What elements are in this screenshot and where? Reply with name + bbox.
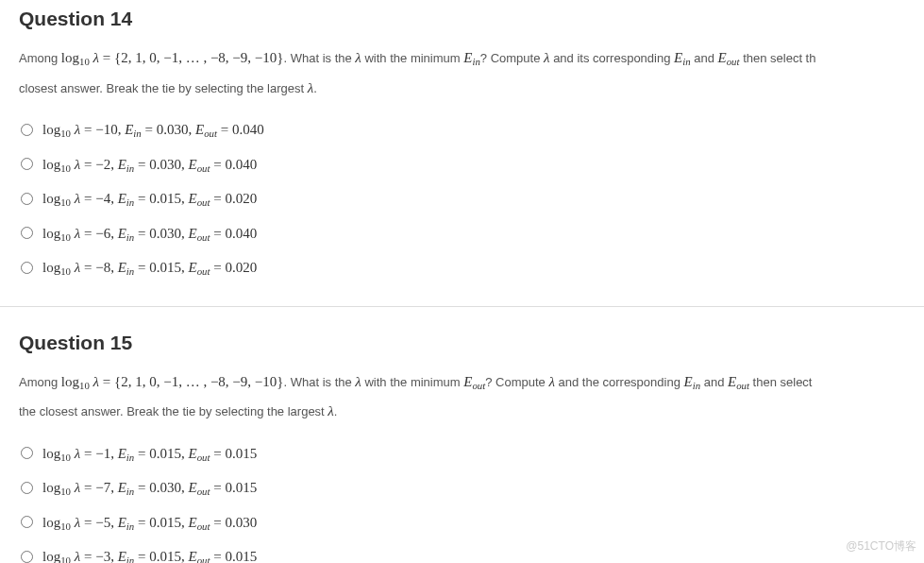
question-title: Question 15 [19, 332, 905, 354]
choice-list: log10 λ = −1, Ein = 0.015, Eout = 0.015 … [19, 436, 905, 563]
prompt-text: ? Compute [485, 375, 548, 389]
prompt-text: . [334, 404, 338, 418]
choice-radio[interactable] [21, 447, 33, 459]
choice-item[interactable]: log10 λ = −4, Ein = 0.015, Eout = 0.020 [19, 181, 905, 216]
choice-label: log10 λ = −6, Ein = 0.030, Eout = 0.040 [42, 220, 257, 247]
choice-radio[interactable] [21, 516, 33, 528]
choice-radio[interactable] [21, 124, 33, 136]
prompt-text: then select th [740, 51, 816, 65]
choice-label: log10 λ = −5, Ein = 0.015, Eout = 0.030 [42, 509, 257, 537]
prompt-text: then select [749, 375, 813, 389]
prompt-text: . What is the [283, 375, 355, 389]
choice-item[interactable]: log10 λ = −7, Ein = 0.030, Eout = 0.015 [19, 470, 905, 505]
prompt-text: and its corresponding [550, 51, 675, 65]
choice-radio[interactable] [21, 158, 33, 170]
choice-radio[interactable] [21, 551, 33, 563]
choice-label: log10 λ = −8, Ein = 0.015, Eout = 0.020 [42, 254, 257, 282]
prompt-text: the closest answer. Break the tie by sel… [19, 404, 328, 418]
choice-label: log10 λ = −1, Ein = 0.015, Eout = 0.015 [42, 440, 257, 468]
question-prompt: Among log10 λ = {2, 1, 0, −1, … , −8, −9… [19, 43, 905, 103]
watermark: @51CTO博客 [846, 538, 916, 554]
choice-item[interactable]: log10 λ = −8, Ein = 0.015, Eout = 0.020 [19, 250, 905, 285]
divider [0, 306, 924, 307]
math-ein: Ein [463, 50, 480, 65]
choice-radio[interactable] [21, 227, 33, 239]
question-title: Question 14 [19, 8, 905, 30]
prompt-text: . What is the [283, 51, 355, 65]
question-15: Question 15 Among log10 λ = {2, 1, 0, −1… [0, 324, 924, 563]
question-prompt: Among log10 λ = {2, 1, 0, −1, … , −8, −9… [19, 367, 905, 427]
choice-list: log10 λ = −10, Ein = 0.030, Eout = 0.040… [19, 112, 905, 285]
math-eout: Eout [718, 50, 740, 65]
prompt-text: and the corresponding [555, 375, 684, 389]
prompt-text: . [313, 81, 317, 95]
math-set: log10 λ = {2, 1, 0, −1, … , −8, −9, −10} [61, 374, 284, 389]
prompt-text: with the minimum [361, 51, 463, 65]
choice-label: log10 λ = −2, Ein = 0.030, Eout = 0.040 [42, 151, 257, 179]
choice-radio[interactable] [21, 193, 33, 205]
prompt-text: Among [19, 51, 61, 65]
choice-radio[interactable] [21, 482, 33, 494]
math-set: log10 λ = {2, 1, 0, −1, … , −8, −9, −10} [61, 50, 284, 65]
choice-label: log10 λ = −4, Ein = 0.015, Eout = 0.020 [42, 185, 257, 213]
prompt-text: closest answer. Break the tie by selecti… [19, 81, 308, 95]
math-eout: Eout [728, 374, 749, 389]
prompt-text: ? Compute [480, 51, 544, 65]
prompt-text: with the minimum [361, 375, 463, 389]
choice-label: log10 λ = −7, Ein = 0.030, Eout = 0.015 [42, 474, 257, 502]
prompt-text: Among [19, 375, 61, 389]
math-ein: Ein [684, 374, 701, 389]
choice-item[interactable]: log10 λ = −1, Ein = 0.015, Eout = 0.015 [19, 436, 905, 471]
choice-item[interactable]: log10 λ = −2, Ein = 0.030, Eout = 0.040 [19, 147, 905, 182]
choice-radio[interactable] [21, 262, 33, 274]
math-eout: Eout [463, 374, 485, 389]
math-ein: Ein [674, 50, 691, 65]
prompt-text: and [691, 51, 718, 65]
choice-item[interactable]: log10 λ = −5, Ein = 0.015, Eout = 0.030 [19, 505, 905, 540]
choice-item[interactable]: log10 λ = −10, Ein = 0.030, Eout = 0.040 [19, 112, 905, 147]
choice-label: log10 λ = −3, Ein = 0.015, Eout = 0.015 [42, 543, 257, 563]
prompt-text: and [700, 375, 728, 389]
question-14: Question 14 Among log10 λ = {2, 1, 0, −1… [0, 0, 924, 299]
choice-item[interactable]: log10 λ = −3, Ein = 0.015, Eout = 0.015 [19, 539, 905, 563]
choice-item[interactable]: log10 λ = −6, Ein = 0.030, Eout = 0.040 [19, 216, 905, 251]
choice-label: log10 λ = −10, Ein = 0.030, Eout = 0.040 [42, 116, 264, 144]
